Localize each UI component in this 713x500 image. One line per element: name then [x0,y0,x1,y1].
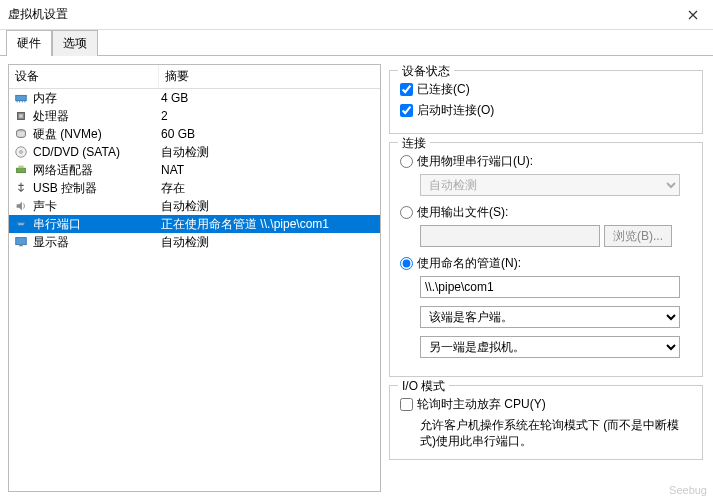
group-connection: 连接 使用物理串行端口(U): 自动检测 使用输出文件(S): 浏览(B)... [389,142,703,377]
device-name: 处理器 [33,108,161,125]
net-icon [13,162,29,178]
device-summary: 自动检测 [161,144,376,161]
device-name: 内存 [33,90,161,107]
device-name: 声卡 [33,198,161,215]
disk-icon [13,126,29,142]
device-summary: 存在 [161,180,376,197]
checkbox-poll-yield-cpu[interactable] [400,398,413,411]
device-row-disk[interactable]: 硬盘 (NVMe)60 GB [9,125,380,143]
svg-rect-3 [22,101,23,103]
svg-point-14 [22,223,23,224]
select-physical-port[interactable]: 自动检测 [420,174,680,196]
device-row-cpu[interactable]: 处理器2 [9,107,380,125]
radio-physical-port[interactable] [400,155,413,168]
cd-icon [13,144,29,160]
window-title: 虚拟机设置 [8,6,673,23]
device-summary: 2 [161,109,376,123]
label-connect-on-start: 启动时连接(O) [417,102,494,119]
svg-rect-10 [17,168,26,172]
svg-point-13 [20,223,21,224]
label-named-pipe: 使用命名的管道(N): [417,255,521,272]
device-summary: 自动检测 [161,198,376,215]
device-name: CD/DVD (SATA) [33,145,161,159]
radio-named-pipe[interactable] [400,257,413,270]
cpu-icon [13,108,29,124]
input-pipe-name[interactable] [420,276,680,298]
label-physical-port: 使用物理串行端口(U): [417,153,533,170]
device-list-panel: 设备 摘要 内存4 GB处理器2硬盘 (NVMe)60 GBCD/DVD (SA… [8,64,381,492]
select-pipe-end1[interactable]: 该端是客户端。 [420,306,680,328]
device-name: 硬盘 (NVMe) [33,126,161,143]
svg-point-9 [20,151,23,154]
label-output-file: 使用输出文件(S): [417,204,508,221]
svg-rect-2 [19,101,20,103]
tab-hardware[interactable]: 硬件 [6,30,52,56]
device-row-usb[interactable]: USB 控制器存在 [9,179,380,197]
device-summary: NAT [161,163,376,177]
sound-icon [13,198,29,214]
device-name: 网络适配器 [33,162,161,179]
help-text-io-mode: 允许客户机操作系统在轮询模式下 (而不是中断模式)使用此串行端口。 [420,417,692,449]
svg-point-12 [19,223,20,224]
checkbox-connected[interactable] [400,83,413,96]
serial-icon [13,216,29,232]
device-row-net[interactable]: 网络适配器NAT [9,161,380,179]
close-button[interactable] [673,0,713,30]
device-table: 设备 摘要 内存4 GB处理器2硬盘 (NVMe)60 GBCD/DVD (SA… [9,65,380,251]
group-title-device-status: 设备状态 [398,64,454,80]
device-row-display[interactable]: 显示器自动检测 [9,233,380,251]
input-output-file[interactable] [420,225,600,247]
tabs: 硬件 选项 [0,30,713,56]
dialog-content: 设备 摘要 内存4 GB处理器2硬盘 (NVMe)60 GBCD/DVD (SA… [0,56,713,500]
label-poll-yield-cpu: 轮询时主动放弃 CPU(Y) [417,396,546,413]
group-title-connection: 连接 [398,135,430,152]
device-name: 显示器 [33,234,161,251]
svg-rect-4 [25,101,26,103]
device-summary: 4 GB [161,91,376,105]
svg-rect-1 [17,101,18,103]
device-name: 串行端口 [33,216,161,233]
svg-rect-15 [16,238,27,245]
device-summary: 60 GB [161,127,376,141]
group-title-io-mode: I/O 模式 [398,378,449,395]
svg-rect-16 [19,245,23,247]
select-pipe-end2[interactable]: 另一端是虚拟机。 [420,336,680,358]
device-table-header: 设备 摘要 [9,65,380,89]
usb-icon [13,180,29,196]
display-icon [13,234,29,250]
device-name: USB 控制器 [33,180,161,197]
svg-rect-11 [18,166,23,169]
memory-icon [13,90,29,106]
titlebar: 虚拟机设置 [0,0,713,30]
label-connected: 已连接(C) [417,81,470,98]
device-summary: 正在使用命名管道 \\.\pipe\com1 [161,216,376,233]
group-io-mode: I/O 模式 轮询时主动放弃 CPU(Y) 允许客户机操作系统在轮询模式下 (而… [389,385,703,460]
settings-panel: 设备状态 已连接(C) 启动时连接(O) 连接 使用物理串行端口(U): 自动检… [387,64,705,492]
close-icon [688,10,698,20]
svg-rect-6 [19,114,23,118]
device-row-serial[interactable]: 串行端口正在使用命名管道 \\.\pipe\com1 [9,215,380,233]
device-row-sound[interactable]: 声卡自动检测 [9,197,380,215]
group-device-status: 设备状态 已连接(C) 启动时连接(O) [389,70,703,134]
device-summary: 自动检测 [161,234,376,251]
checkbox-connect-on-start[interactable] [400,104,413,117]
device-row-memory[interactable]: 内存4 GB [9,89,380,107]
column-header-summary: 摘要 [159,65,380,88]
device-row-cd[interactable]: CD/DVD (SATA)自动检测 [9,143,380,161]
tab-options[interactable]: 选项 [52,30,98,56]
column-header-device: 设备 [9,65,159,88]
svg-rect-0 [16,95,27,100]
browse-button[interactable]: 浏览(B)... [604,225,672,247]
radio-output-file[interactable] [400,206,413,219]
